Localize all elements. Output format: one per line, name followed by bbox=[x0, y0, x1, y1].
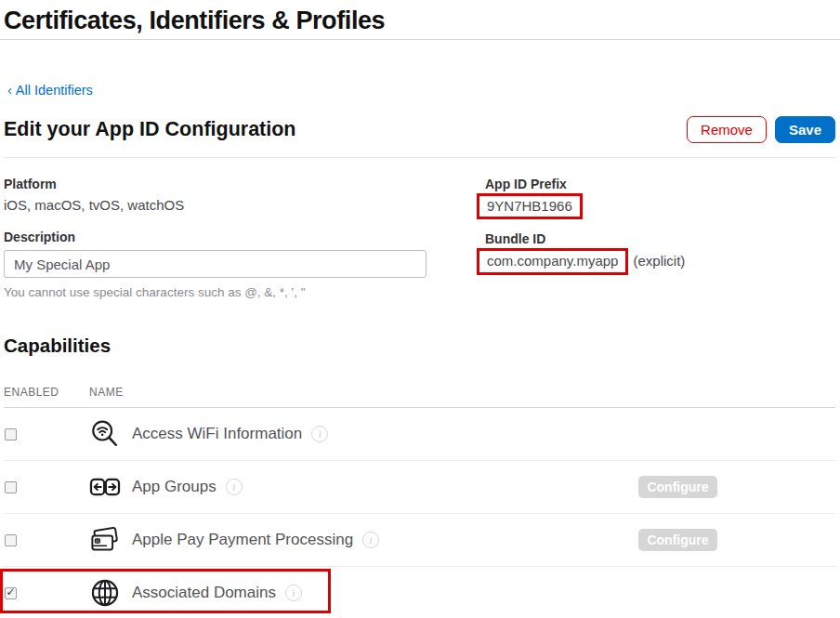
app-groups-icon bbox=[89, 471, 121, 503]
capability-name: Access WiFi Information bbox=[132, 425, 302, 443]
platform-field: Platform iOS, macOS, tvOS, watchOS bbox=[4, 177, 440, 213]
back-chevron-icon: ‹ bbox=[7, 83, 12, 98]
configure-button[interactable]: Configure bbox=[638, 529, 717, 551]
checkmark-icon: ✓ bbox=[6, 586, 15, 598]
capability-name: Associated Domains bbox=[132, 584, 276, 602]
description-input[interactable] bbox=[4, 250, 427, 278]
capability-checkbox[interactable]: ✓ bbox=[5, 587, 17, 599]
capability-row: ✓ Associated Domains i Configure bbox=[4, 567, 835, 618]
platform-value: iOS, macOS, tvOS, watchOS bbox=[4, 197, 440, 213]
description-field: Description You cannot use special chara… bbox=[4, 230, 440, 299]
apple-pay-icon bbox=[89, 524, 121, 556]
capability-checkbox[interactable]: ✓ bbox=[5, 481, 17, 493]
app-id-prefix-field: App ID Prefix 9YN7HB1966 bbox=[477, 177, 835, 219]
capabilities-table-header: ENABLED NAME bbox=[4, 386, 835, 408]
globe-icon bbox=[89, 577, 121, 609]
section-title: Edit your App ID Configuration bbox=[4, 118, 296, 141]
remove-button[interactable]: Remove bbox=[687, 116, 767, 143]
info-icon[interactable]: i bbox=[226, 479, 243, 495]
app-id-prefix-annotation: 9YN7HB1966 bbox=[477, 193, 583, 219]
wifi-search-icon bbox=[89, 418, 121, 450]
configure-button[interactable]: Configure bbox=[638, 476, 717, 498]
column-header-name: NAME bbox=[89, 386, 124, 399]
app-id-form: Platform iOS, macOS, tvOS, watchOS Descr… bbox=[4, 177, 835, 299]
back-link-all-identifiers[interactable]: ‹All Identifiers bbox=[7, 83, 93, 98]
capability-row: ✓ Apple Pay Payment Processing i Configu… bbox=[4, 514, 835, 567]
page-title: Certificates, Identifiers & Profiles bbox=[4, 7, 835, 35]
capability-row: ✓ App Groups i Configure bbox=[4, 461, 835, 514]
bundle-id-value: com.company.myapp bbox=[487, 253, 618, 269]
app-id-prefix-label: App ID Prefix bbox=[477, 177, 835, 191]
info-icon[interactable]: i bbox=[285, 585, 302, 601]
column-header-enabled: ENABLED bbox=[4, 386, 89, 399]
app-id-prefix-value: 9YN7HB1966 bbox=[487, 198, 572, 214]
back-link-label: All Identifiers bbox=[16, 83, 93, 98]
capabilities-title: Capabilities bbox=[4, 335, 835, 357]
bundle-id-explicit-suffix: (explicit) bbox=[633, 253, 685, 269]
description-helper-text: You cannot use special characters such a… bbox=[4, 285, 440, 299]
capability-checkbox[interactable]: ✓ bbox=[5, 428, 17, 440]
capability-name: App Groups bbox=[132, 478, 217, 496]
capabilities-rows: ✓ Access WiFi Information i Configure ✓ … bbox=[4, 408, 835, 618]
capability-name: Apple Pay Payment Processing bbox=[132, 531, 353, 549]
capability-row: ✓ Access WiFi Information i Configure bbox=[4, 408, 835, 461]
page-header: Certificates, Identifiers & Profiles bbox=[0, 0, 840, 40]
capability-checkbox[interactable]: ✓ bbox=[5, 534, 17, 546]
info-icon[interactable]: i bbox=[311, 426, 328, 442]
save-button[interactable]: Save bbox=[775, 116, 835, 143]
bundle-id-field: Bundle ID com.company.myapp (explicit) bbox=[477, 231, 835, 275]
info-icon[interactable]: i bbox=[362, 532, 379, 548]
description-label: Description bbox=[4, 230, 440, 244]
platform-label: Platform bbox=[4, 177, 440, 191]
section-header: Edit your App ID Configuration Remove Sa… bbox=[4, 116, 835, 158]
bundle-id-annotation: com.company.myapp bbox=[477, 248, 628, 275]
bundle-id-label: Bundle ID bbox=[477, 231, 835, 246]
